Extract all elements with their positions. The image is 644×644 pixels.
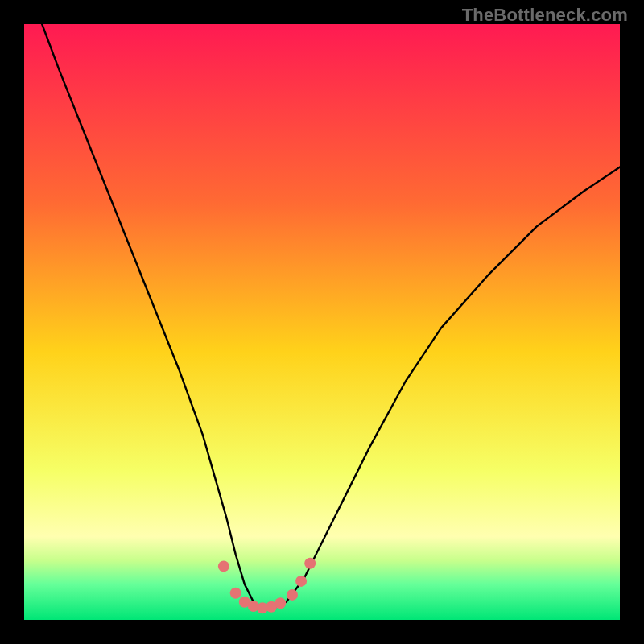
highlight-dot: [287, 589, 298, 601]
chart-svg: [24, 24, 620, 620]
highlight-dot: [275, 597, 286, 609]
plot-area: [24, 24, 620, 620]
gradient-background: [24, 24, 620, 620]
highlight-dot: [295, 576, 307, 587]
highlight-dot: [230, 588, 242, 599]
chart-frame: TheBottleneck.com: [0, 0, 644, 644]
highlight-dot: [218, 560, 229, 572]
highlight-dot: [304, 558, 316, 569]
watermark-text: TheBottleneck.com: [462, 5, 628, 26]
